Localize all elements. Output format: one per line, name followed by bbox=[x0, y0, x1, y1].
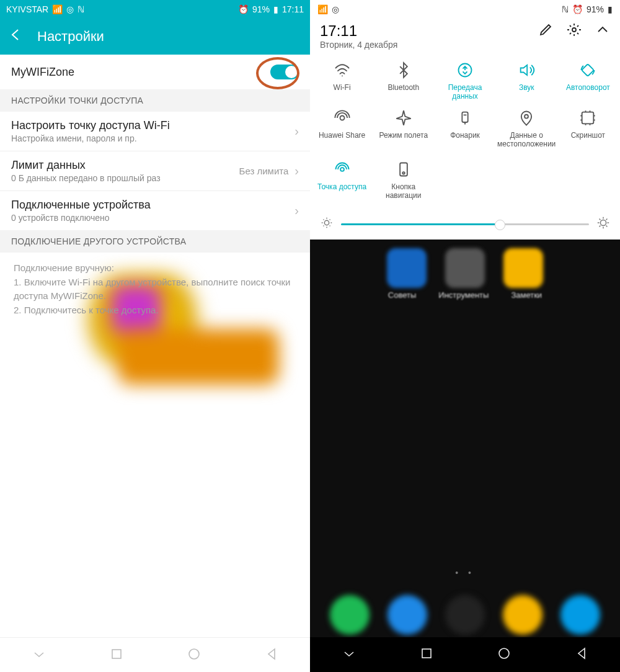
qs-tile-hotspot[interactable]: Точка доступа bbox=[311, 156, 373, 204]
qs-tile-location[interactable]: Данные о местоположении bbox=[496, 105, 557, 153]
app-label: Советы bbox=[388, 290, 416, 300]
flash-icon bbox=[456, 109, 474, 127]
qs-tile-flash[interactable]: Фонарик bbox=[434, 105, 495, 153]
svg-point-1 bbox=[189, 649, 199, 659]
page-indicator: • • bbox=[310, 568, 620, 578]
hotspot-name: MyWIFiZone bbox=[11, 66, 74, 79]
chevron-right-icon: › bbox=[294, 124, 299, 138]
nav-back-icon[interactable] bbox=[574, 646, 589, 663]
signal-icon: 📶 bbox=[52, 4, 63, 14]
dock bbox=[310, 595, 620, 635]
svg-point-5 bbox=[340, 115, 344, 120]
app-icon-tools[interactable] bbox=[445, 248, 485, 288]
row-configure-hotspot[interactable]: Настроить точку доступа Wi-Fi Настройка … bbox=[0, 112, 310, 151]
bluetooth-icon bbox=[394, 61, 413, 79]
nav-expand-icon[interactable] bbox=[342, 646, 356, 663]
manual-head: Подключение вручную: bbox=[14, 261, 296, 276]
wifi-icon bbox=[333, 61, 352, 79]
qs-tile-label: Кнопка навигации bbox=[373, 182, 434, 200]
status-bar: 📶 ◎ ℕ ⏰ 91% ▮ bbox=[310, 0, 620, 19]
qs-tile-label: Режим полета bbox=[378, 131, 430, 147]
status-bar: KYIVSTAR 📶 ◎ ℕ ⏰ 91% ▮ 17:11 bbox=[0, 0, 310, 19]
sound-icon bbox=[517, 61, 536, 79]
carrier-label: KYIVSTAR bbox=[6, 4, 48, 14]
brightness-low-icon bbox=[320, 216, 334, 232]
quicksettings-screen: 📶 ◎ ℕ ⏰ 91% ▮ 17:11 Вторник, 4 декабря W… bbox=[310, 0, 620, 672]
qs-header: 17:11 Вторник, 4 декабря bbox=[310, 19, 620, 55]
location-icon bbox=[517, 109, 536, 127]
qs-tile-screenshot[interactable]: Скриншот bbox=[557, 105, 619, 153]
qs-tile-label: Данные о местоположении bbox=[496, 131, 557, 149]
manual-step-1: 1. Включите Wi-Fi на другом устройстве, … bbox=[14, 276, 296, 303]
qs-tile-bluetooth[interactable]: Bluetooth bbox=[373, 57, 434, 105]
row-connected-devices[interactable]: Подключенные устройства 0 устройств подк… bbox=[0, 191, 310, 230]
brightness-high-icon bbox=[596, 216, 610, 232]
section-connect-other: ПОДКЛЮЧЕНИЕ ДРУГОГО УСТРОЙСТВА bbox=[0, 230, 310, 253]
battery-icon: ▮ bbox=[608, 4, 613, 14]
qs-date: Вторник, 4 декабря bbox=[320, 40, 397, 50]
brightness-slider[interactable] bbox=[341, 223, 589, 225]
limit-value: Без лимита bbox=[239, 166, 289, 176]
nav-expand-icon[interactable] bbox=[32, 647, 46, 664]
dock-chrome-icon[interactable] bbox=[503, 595, 542, 635]
svg-point-7 bbox=[525, 115, 528, 119]
airplane-icon bbox=[394, 109, 413, 127]
screenshot-icon bbox=[578, 109, 597, 127]
battery-pct: 91% bbox=[587, 4, 604, 14]
svg-rect-8 bbox=[582, 112, 594, 123]
limit-sub: 0 Б данных передано в прошлый раз bbox=[11, 173, 161, 183]
configure-title: Настроить точку доступа Wi-Fi bbox=[11, 119, 170, 132]
edit-icon[interactable] bbox=[538, 22, 553, 40]
nav-home-icon[interactable] bbox=[497, 646, 512, 663]
home-wallpaper: Советы Инструменты Заметки • • bbox=[310, 240, 620, 672]
qs-tile-sound[interactable]: Звук bbox=[496, 57, 557, 105]
hotspot-status-icon: ◎ bbox=[66, 4, 74, 14]
devices-sub: 0 устройств подключено bbox=[11, 213, 151, 223]
nfc-icon: ℕ bbox=[562, 4, 569, 14]
svg-rect-0 bbox=[112, 650, 121, 658]
collapse-icon[interactable] bbox=[595, 22, 610, 40]
qs-tile-label: Автоповорот bbox=[565, 83, 611, 99]
qs-tile-label: Wi-Fi bbox=[332, 83, 352, 99]
svg-point-15 bbox=[499, 648, 509, 658]
dock-camera-icon[interactable] bbox=[560, 595, 600, 635]
qs-tile-wifi[interactable]: Wi-Fi bbox=[311, 57, 373, 105]
section-hotspot-settings: НАСТРОЙКИ ТОЧКИ ДОСТУПА bbox=[0, 89, 310, 112]
gear-icon[interactable] bbox=[567, 22, 582, 40]
qs-tile-rotate[interactable]: Автоповорот bbox=[557, 57, 619, 105]
svg-point-12 bbox=[324, 221, 329, 225]
dock-messages-icon[interactable] bbox=[388, 595, 427, 635]
svg-point-13 bbox=[600, 220, 606, 226]
hotspot-status-icon: ◎ bbox=[332, 4, 339, 14]
navbtn-icon bbox=[394, 160, 413, 179]
limit-title: Лимит данных bbox=[11, 159, 161, 172]
dock-apps-icon[interactable] bbox=[445, 595, 485, 635]
qs-tile-data[interactable]: Передача данных bbox=[434, 57, 495, 105]
qs-tile-navbtn[interactable]: Кнопка навигации bbox=[373, 156, 434, 204]
nav-back-icon[interactable] bbox=[264, 647, 279, 664]
qs-tile-label: Скриншот bbox=[570, 131, 606, 147]
qs-tile-label: Huawei Share bbox=[317, 131, 366, 147]
chevron-right-icon: › bbox=[294, 164, 299, 178]
qs-tile-row3: Точка доступаКнопка навигации bbox=[310, 156, 620, 210]
page-title: Настройки bbox=[37, 29, 104, 45]
app-icon-notes[interactable] bbox=[503, 248, 543, 288]
qs-tile-airplane[interactable]: Режим полета bbox=[373, 105, 434, 153]
back-icon[interactable] bbox=[9, 27, 24, 46]
configure-sub: Настройка имени, пароля и пр. bbox=[11, 133, 170, 143]
signal-icon: 📶 bbox=[317, 4, 328, 14]
nav-recent-icon[interactable] bbox=[109, 647, 124, 664]
row-data-limit[interactable]: Лимит данных 0 Б данных передано в прошл… bbox=[0, 151, 310, 191]
dock-phone-icon[interactable] bbox=[330, 595, 370, 635]
nav-home-icon[interactable] bbox=[187, 647, 202, 664]
settings-screen: KYIVSTAR 📶 ◎ ℕ ⏰ 91% ▮ 17:11 Настройки M… bbox=[0, 0, 310, 672]
qs-tile-label: Фонарик bbox=[449, 131, 481, 147]
qs-tile-grid: Wi-FiBluetoothПередача данныхЗвукАвтопов… bbox=[310, 55, 620, 156]
manual-instructions: Подключение вручную: 1. Включите Wi-Fi н… bbox=[0, 253, 310, 326]
nav-bar bbox=[0, 637, 310, 672]
svg-rect-6 bbox=[462, 112, 467, 122]
nav-recent-icon[interactable] bbox=[419, 646, 434, 663]
app-icon-tips[interactable] bbox=[387, 248, 427, 288]
brightness-slider-row bbox=[310, 210, 620, 240]
qs-tile-share[interactable]: Huawei Share bbox=[311, 105, 373, 153]
